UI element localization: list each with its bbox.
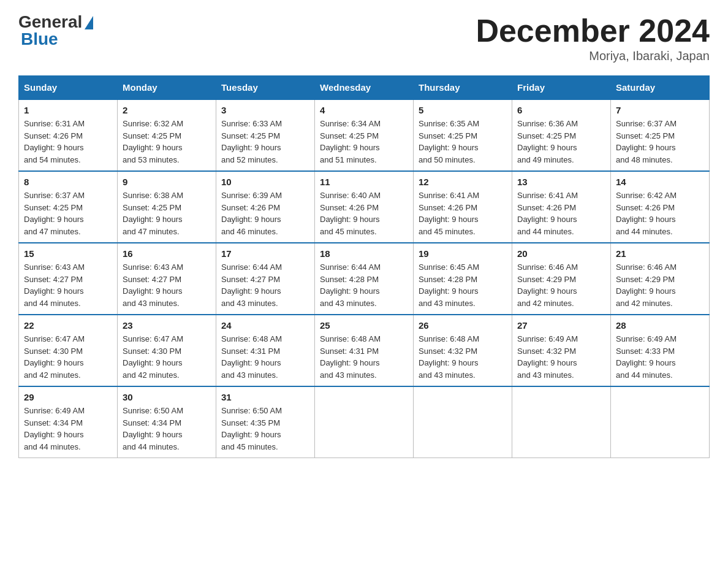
week-row-4: 22 Sunrise: 6:47 AM Sunset: 4:30 PM Dayl… <box>19 315 710 386</box>
day-number: 21 <box>616 248 704 259</box>
day-info: Sunrise: 6:50 AM Sunset: 4:35 PM Dayligh… <box>221 405 309 453</box>
calendar-cell <box>315 386 414 458</box>
calendar-cell: 12 Sunrise: 6:41 AM Sunset: 4:26 PM Dayl… <box>414 171 512 243</box>
day-info: Sunrise: 6:46 AM Sunset: 4:29 PM Dayligh… <box>616 261 704 309</box>
day-number: 3 <box>221 105 309 115</box>
day-info: Sunrise: 6:33 AM Sunset: 4:25 PM Dayligh… <box>221 118 309 166</box>
day-number: 18 <box>320 248 408 259</box>
day-number: 25 <box>320 320 408 331</box>
day-number: 15 <box>24 248 112 259</box>
calendar-cell <box>414 386 512 458</box>
day-info: Sunrise: 6:45 AM Sunset: 4:28 PM Dayligh… <box>419 261 507 309</box>
calendar-cell: 28 Sunrise: 6:49 AM Sunset: 4:33 PM Dayl… <box>611 315 710 386</box>
calendar-table: SundayMondayTuesdayWednesdayThursdayFrid… <box>18 75 710 458</box>
week-row-3: 15 Sunrise: 6:43 AM Sunset: 4:27 PM Dayl… <box>19 243 710 315</box>
day-number: 24 <box>221 320 309 331</box>
day-number: 28 <box>616 320 704 331</box>
week-row-2: 8 Sunrise: 6:37 AM Sunset: 4:25 PM Dayli… <box>19 171 710 243</box>
calendar-cell: 30 Sunrise: 6:50 AM Sunset: 4:34 PM Dayl… <box>118 386 216 458</box>
calendar-cell: 21 Sunrise: 6:46 AM Sunset: 4:29 PM Dayl… <box>611 243 710 315</box>
calendar-cell: 1 Sunrise: 6:31 AM Sunset: 4:26 PM Dayli… <box>19 99 118 171</box>
day-info: Sunrise: 6:37 AM Sunset: 4:25 PM Dayligh… <box>24 190 112 237</box>
calendar-cell: 23 Sunrise: 6:47 AM Sunset: 4:30 PM Dayl… <box>118 315 216 386</box>
day-info: Sunrise: 6:43 AM Sunset: 4:27 PM Dayligh… <box>123 261 211 309</box>
logo-triangle-icon <box>85 16 93 29</box>
day-number: 2 <box>123 105 211 115</box>
calendar-cell: 16 Sunrise: 6:43 AM Sunset: 4:27 PM Dayl… <box>118 243 216 315</box>
calendar-cell: 24 Sunrise: 6:48 AM Sunset: 4:31 PM Dayl… <box>216 315 315 386</box>
day-number: 8 <box>24 177 112 187</box>
day-info: Sunrise: 6:40 AM Sunset: 4:26 PM Dayligh… <box>320 190 408 237</box>
day-number: 22 <box>24 320 112 331</box>
header-tuesday: Tuesday <box>216 76 315 100</box>
logo: General Blue <box>18 12 93 49</box>
week-row-1: 1 Sunrise: 6:31 AM Sunset: 4:26 PM Dayli… <box>19 99 710 171</box>
day-info: Sunrise: 6:44 AM Sunset: 4:28 PM Dayligh… <box>320 261 408 309</box>
calendar-cell: 3 Sunrise: 6:33 AM Sunset: 4:25 PM Dayli… <box>216 99 315 171</box>
calendar-cell: 17 Sunrise: 6:44 AM Sunset: 4:27 PM Dayl… <box>216 243 315 315</box>
day-info: Sunrise: 6:44 AM Sunset: 4:27 PM Dayligh… <box>221 261 309 309</box>
day-info: Sunrise: 6:37 AM Sunset: 4:25 PM Dayligh… <box>616 118 704 166</box>
month-title: December 2024 <box>476 12 710 49</box>
calendar-cell: 9 Sunrise: 6:38 AM Sunset: 4:25 PM Dayli… <box>118 171 216 243</box>
day-number: 27 <box>517 320 605 331</box>
day-info: Sunrise: 6:41 AM Sunset: 4:26 PM Dayligh… <box>419 190 507 237</box>
day-info: Sunrise: 6:46 AM Sunset: 4:29 PM Dayligh… <box>517 261 605 309</box>
calendar-cell: 5 Sunrise: 6:35 AM Sunset: 4:25 PM Dayli… <box>414 99 512 171</box>
day-number: 11 <box>320 177 408 187</box>
calendar-cell <box>512 386 611 458</box>
calendar-cell: 2 Sunrise: 6:32 AM Sunset: 4:25 PM Dayli… <box>118 99 216 171</box>
day-info: Sunrise: 6:49 AM Sunset: 4:34 PM Dayligh… <box>24 405 112 453</box>
day-number: 10 <box>221 177 309 187</box>
day-number: 14 <box>616 177 704 187</box>
calendar-cell: 25 Sunrise: 6:48 AM Sunset: 4:31 PM Dayl… <box>315 315 414 386</box>
day-number: 30 <box>123 392 211 402</box>
day-info: Sunrise: 6:43 AM Sunset: 4:27 PM Dayligh… <box>24 261 112 309</box>
calendar-cell: 14 Sunrise: 6:42 AM Sunset: 4:26 PM Dayl… <box>611 171 710 243</box>
day-info: Sunrise: 6:49 AM Sunset: 4:32 PM Dayligh… <box>517 333 605 381</box>
calendar-cell: 18 Sunrise: 6:44 AM Sunset: 4:28 PM Dayl… <box>315 243 414 315</box>
day-info: Sunrise: 6:47 AM Sunset: 4:30 PM Dayligh… <box>24 333 112 381</box>
day-number: 31 <box>221 392 309 402</box>
header-saturday: Saturday <box>611 76 710 100</box>
calendar-cell: 19 Sunrise: 6:45 AM Sunset: 4:28 PM Dayl… <box>414 243 512 315</box>
day-info: Sunrise: 6:47 AM Sunset: 4:30 PM Dayligh… <box>123 333 211 381</box>
day-number: 13 <box>517 177 605 187</box>
day-info: Sunrise: 6:39 AM Sunset: 4:26 PM Dayligh… <box>221 190 309 237</box>
calendar-cell: 31 Sunrise: 6:50 AM Sunset: 4:35 PM Dayl… <box>216 386 315 458</box>
day-number: 7 <box>616 105 704 115</box>
calendar-cell: 7 Sunrise: 6:37 AM Sunset: 4:25 PM Dayli… <box>611 99 710 171</box>
calendar-cell: 6 Sunrise: 6:36 AM Sunset: 4:25 PM Dayli… <box>512 99 611 171</box>
day-info: Sunrise: 6:48 AM Sunset: 4:32 PM Dayligh… <box>419 333 507 381</box>
day-number: 6 <box>517 105 605 115</box>
day-info: Sunrise: 6:35 AM Sunset: 4:25 PM Dayligh… <box>419 118 507 166</box>
day-number: 19 <box>419 248 507 259</box>
day-info: Sunrise: 6:31 AM Sunset: 4:26 PM Dayligh… <box>24 118 112 166</box>
day-info: Sunrise: 6:48 AM Sunset: 4:31 PM Dayligh… <box>320 333 408 381</box>
day-number: 23 <box>123 320 211 331</box>
calendar-cell: 29 Sunrise: 6:49 AM Sunset: 4:34 PM Dayl… <box>19 386 118 458</box>
header-thursday: Thursday <box>414 76 512 100</box>
week-row-5: 29 Sunrise: 6:49 AM Sunset: 4:34 PM Dayl… <box>19 386 710 458</box>
calendar-cell <box>611 386 710 458</box>
day-number: 16 <box>123 248 211 259</box>
header-monday: Monday <box>118 76 216 100</box>
day-info: Sunrise: 6:50 AM Sunset: 4:34 PM Dayligh… <box>123 405 211 453</box>
day-info: Sunrise: 6:49 AM Sunset: 4:33 PM Dayligh… <box>616 333 704 381</box>
day-number: 9 <box>123 177 211 187</box>
day-info: Sunrise: 6:42 AM Sunset: 4:26 PM Dayligh… <box>616 190 704 237</box>
day-number: 20 <box>517 248 605 259</box>
calendar-cell: 15 Sunrise: 6:43 AM Sunset: 4:27 PM Dayl… <box>19 243 118 315</box>
location: Moriya, Ibaraki, Japan <box>476 49 710 63</box>
day-info: Sunrise: 6:38 AM Sunset: 4:25 PM Dayligh… <box>123 190 211 237</box>
calendar-cell: 10 Sunrise: 6:39 AM Sunset: 4:26 PM Dayl… <box>216 171 315 243</box>
header-wednesday: Wednesday <box>315 76 414 100</box>
calendar-cell: 8 Sunrise: 6:37 AM Sunset: 4:25 PM Dayli… <box>19 171 118 243</box>
day-number: 5 <box>419 105 507 115</box>
calendar-cell: 20 Sunrise: 6:46 AM Sunset: 4:29 PM Dayl… <box>512 243 611 315</box>
day-number: 4 <box>320 105 408 115</box>
page-header: General Blue December 2024 Moriya, Ibara… <box>18 12 710 63</box>
calendar-cell: 22 Sunrise: 6:47 AM Sunset: 4:30 PM Dayl… <box>19 315 118 386</box>
calendar-cell: 26 Sunrise: 6:48 AM Sunset: 4:32 PM Dayl… <box>414 315 512 386</box>
header-sunday: Sunday <box>19 76 118 100</box>
